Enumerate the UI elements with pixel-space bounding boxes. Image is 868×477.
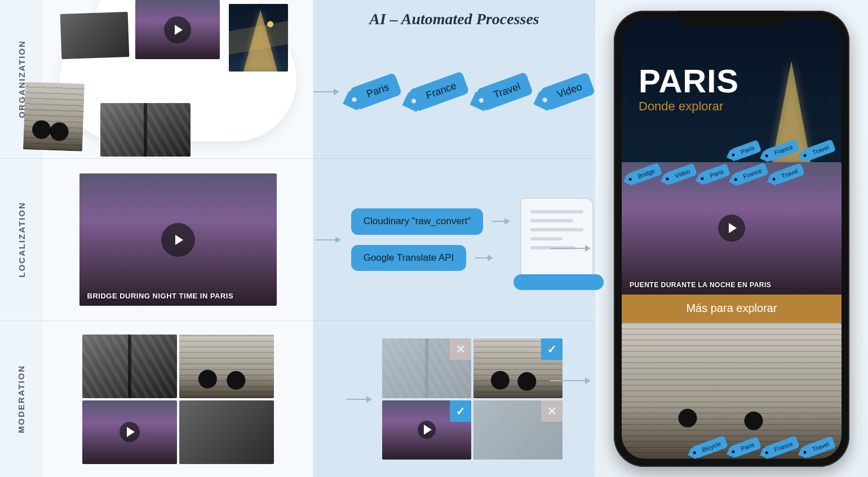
- phone-hero-subtitle: Donde explorar: [639, 99, 739, 114]
- moderation-grid-output: ✕ ✓ ✓ ✕: [382, 338, 563, 460]
- thumb-bridge-large: BRIDGE DURING NIGHT TIME IN PARIS: [79, 173, 277, 306]
- thumb-building: [100, 103, 191, 157]
- approve-mark-icon: ✓: [541, 338, 563, 360]
- phone-frame: PARIS Donde explorar Paris France Travel…: [614, 11, 849, 467]
- phone-preview-cell: PARIS Donde explorar Paris France Travel…: [595, 0, 868, 477]
- row-label-moderation: MODERATION: [0, 321, 43, 477]
- phone-hero-tags: Paris France Travel: [730, 144, 836, 157]
- approve-mark-icon: ✓: [450, 400, 471, 422]
- tag-france: France: [409, 71, 470, 112]
- thumb-skyline: [60, 11, 130, 59]
- thumb-bridge-video: [135, 0, 220, 59]
- localization-process-cell: Cloudinary "raw_convert" Google Translat…: [313, 159, 595, 321]
- tag-video: Video: [540, 72, 595, 111]
- play-icon: [119, 422, 140, 442]
- reject-mark-icon: ✕: [450, 338, 471, 360]
- pill-cloudinary: Cloudinary "raw_convert": [351, 208, 484, 234]
- phone-more-bar: Más para explorar: [622, 295, 842, 323]
- localization-input-cell: BRIDGE DURING NIGHT TIME IN PARIS: [43, 159, 313, 321]
- phone-notch: [678, 11, 785, 26]
- phone-video-caption: PUENTE DURANTE LA NOCHE EN PARIS: [630, 281, 771, 289]
- diagram-grid: ORGANIZATION AI – Automated Processes Pa…: [0, 0, 868, 477]
- arrow-right-icon: [313, 91, 338, 92]
- moderation-grid-input: [82, 335, 274, 464]
- pill-google-translate: Google Translate API: [351, 245, 467, 271]
- thumb-skyline: [179, 400, 274, 464]
- arrow-right-icon: [550, 380, 590, 381]
- video-caption-en: BRIDGE DURING NIGHT TIME IN PARIS: [87, 292, 234, 300]
- phone-hero: PARIS Donde explorar Paris France Travel: [622, 19, 842, 162]
- phone-video-tags: Bridge Video Paris France Travel: [627, 168, 805, 180]
- arrow-right-icon: [492, 221, 509, 222]
- thumb-eiffel: [229, 4, 288, 72]
- thumb-bike-approved: ✓: [473, 338, 563, 398]
- thumb-skyline-rejected: ✕: [473, 400, 563, 460]
- thumb-building: [82, 335, 177, 398]
- play-icon: [161, 223, 195, 257]
- reject-mark-icon: ✕: [541, 400, 563, 422]
- arrow-right-icon: [346, 399, 371, 400]
- play-icon: [164, 16, 191, 43]
- thumb-bike: [23, 82, 85, 151]
- phone-video-section: Bridge Video Paris France Travel PUENTE …: [622, 162, 842, 295]
- organization-output-cell: AI – Automated Processes Paris France Tr…: [313, 0, 595, 159]
- tag-row-organization: Paris France Travel Video: [349, 80, 595, 103]
- arrow-right-icon: [315, 239, 340, 240]
- phone-bike-section: Bicycle Paris France Travel: [622, 323, 842, 459]
- moderation-input-cell: [43, 321, 313, 477]
- thumb-bike: [179, 335, 274, 398]
- tag-travel: Travel: [476, 72, 534, 111]
- phone-screen: PARIS Donde explorar Paris France Travel…: [622, 19, 842, 459]
- phone-hero-title: PARIS: [639, 66, 739, 96]
- diagram-title: AI – Automated Processes: [313, 10, 595, 28]
- thumb-bridge-approved: ✓: [382, 400, 471, 460]
- thumb-building-rejected: ✕: [382, 338, 471, 398]
- play-icon: [418, 421, 436, 439]
- thumb-bridge-video: [82, 400, 177, 464]
- tag-paris: Paris: [349, 73, 402, 111]
- arrow-right-icon: [475, 257, 492, 258]
- scroll-document-icon: [520, 198, 594, 282]
- row-label-localization: LOCALIZATION: [0, 159, 43, 321]
- moderation-output-cell: ✕ ✓ ✓ ✕: [313, 321, 595, 477]
- organization-input-cell: [43, 0, 313, 159]
- play-icon: [718, 215, 745, 242]
- arrow-right-icon: [550, 248, 590, 249]
- phone-bike-tags: Bicycle Paris France Travel: [692, 441, 836, 453]
